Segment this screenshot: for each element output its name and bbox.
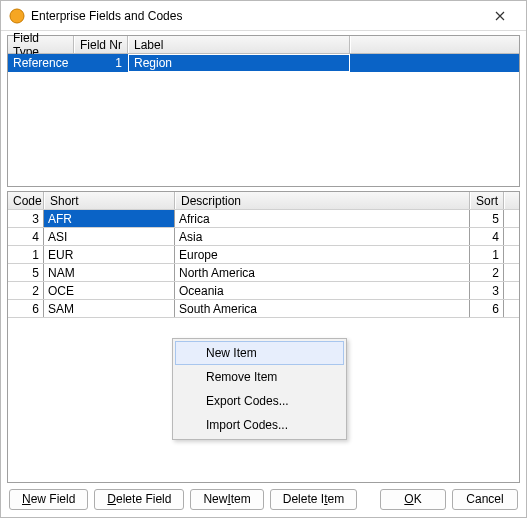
codes-cell-desc[interactable]: South America [175, 300, 470, 317]
codes-header-row: Code Short Description Sort [8, 192, 519, 210]
delete-item-button[interactable]: Delete Item [270, 489, 357, 510]
codes-cell-short[interactable]: NAM [44, 264, 175, 281]
fields-header-spacer [350, 36, 519, 53]
codes-cell-short[interactable]: EUR [44, 246, 175, 263]
codes-cell-sort[interactable]: 1 [470, 246, 504, 263]
fields-header-label[interactable]: Label [128, 36, 350, 53]
codes-cell-code[interactable]: 1 [8, 246, 44, 263]
codes-header-desc[interactable]: Description [175, 192, 470, 209]
table-row[interactable]: 1EUREurope1 [8, 245, 519, 264]
codes-cell-code[interactable]: 6 [8, 300, 44, 317]
context-menu[interactable]: New ItemRemove ItemExport Codes...Import… [172, 338, 347, 440]
new-field-button[interactable]: New Field [9, 489, 88, 510]
codes-header-spacer [504, 192, 519, 209]
fields-cell-spacer [350, 54, 519, 72]
context-menu-item[interactable]: New Item [175, 341, 344, 365]
codes-cell-desc[interactable]: North America [175, 264, 470, 281]
fields-row[interactable]: Reference 1 Region [8, 54, 519, 72]
fields-header-row: Field Type Field Nr Label [8, 36, 519, 54]
fields-grid[interactable]: Field Type Field Nr Label Reference 1 Re… [7, 35, 520, 187]
dialog-content: Field Type Field Nr Label Reference 1 Re… [1, 31, 526, 483]
fields-cell-nr: 1 [74, 54, 128, 72]
fields-cell-type: Reference [8, 54, 74, 72]
fields-header-nr[interactable]: Field Nr [74, 36, 128, 53]
table-row[interactable]: 3AFRAfrica5 [8, 209, 519, 228]
codes-cell-short[interactable]: AFR [44, 210, 175, 227]
button-bar: New Field Delete Field New Item Delete I… [1, 483, 526, 517]
codes-cell-desc[interactable]: Asia [175, 228, 470, 245]
codes-cell-short[interactable]: ASI [44, 228, 175, 245]
table-row[interactable]: 4ASIAsia4 [8, 227, 519, 246]
new-item-button[interactable]: New Item [190, 489, 263, 510]
codes-cell-short[interactable]: OCE [44, 282, 175, 299]
codes-header-code[interactable]: Code [8, 192, 44, 209]
window-title: Enterprise Fields and Codes [31, 9, 480, 23]
codes-cell-desc[interactable]: Africa [175, 210, 470, 227]
table-row[interactable]: 5NAMNorth America2 [8, 263, 519, 282]
codes-cell-short[interactable]: SAM [44, 300, 175, 317]
codes-cell-code[interactable]: 2 [8, 282, 44, 299]
table-row[interactable]: 2OCEOceania3 [8, 281, 519, 300]
fields-header-type[interactable]: Field Type [8, 36, 74, 53]
codes-header-short[interactable]: Short [44, 192, 175, 209]
codes-cell-sort[interactable]: 6 [470, 300, 504, 317]
codes-cell-code[interactable]: 5 [8, 264, 44, 281]
context-menu-item[interactable]: Export Codes... [175, 389, 344, 413]
codes-cell-sort[interactable]: 2 [470, 264, 504, 281]
codes-header-sort[interactable]: Sort [470, 192, 504, 209]
context-menu-item[interactable]: Import Codes... [175, 413, 344, 437]
ok-button[interactable]: OK [380, 489, 446, 510]
codes-cell-code[interactable]: 4 [8, 228, 44, 245]
table-row[interactable]: 6SAMSouth America6 [8, 299, 519, 318]
codes-cell-sort[interactable]: 5 [470, 210, 504, 227]
codes-cell-desc[interactable]: Europe [175, 246, 470, 263]
dialog-window: Enterprise Fields and Codes Field Type F… [0, 0, 527, 518]
close-button[interactable] [480, 2, 520, 30]
codes-cell-code[interactable]: 3 [8, 210, 44, 227]
cancel-button[interactable]: Cancel [452, 489, 518, 510]
delete-field-button[interactable]: Delete Field [94, 489, 184, 510]
fields-cell-label[interactable]: Region [128, 54, 350, 72]
titlebar: Enterprise Fields and Codes [1, 1, 526, 31]
fields-blank-area [8, 72, 519, 186]
codes-cell-sort[interactable]: 4 [470, 228, 504, 245]
codes-cell-desc[interactable]: Oceania [175, 282, 470, 299]
context-menu-item[interactable]: Remove Item [175, 365, 344, 389]
app-icon [9, 8, 25, 24]
codes-cell-sort[interactable]: 3 [470, 282, 504, 299]
codes-grid-container: Code Short Description Sort 3AFRAfrica54… [7, 191, 520, 483]
